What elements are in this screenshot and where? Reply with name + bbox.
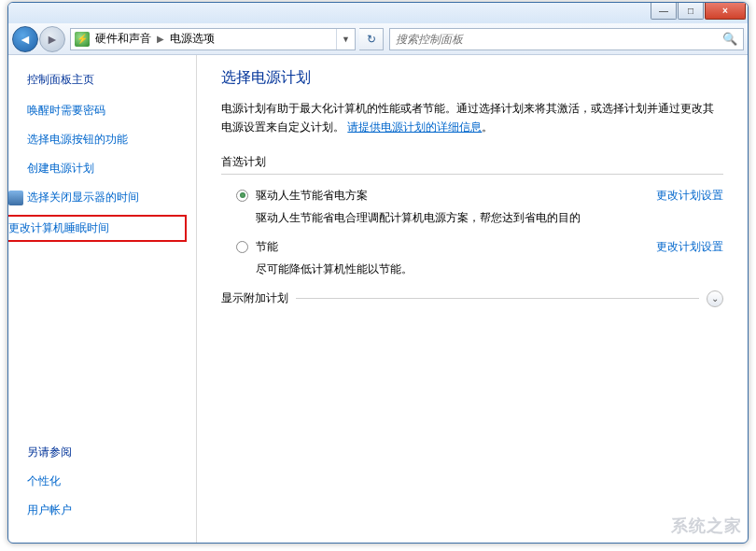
chevron-down-icon[interactable]: ⌄	[707, 290, 723, 307]
address-bar[interactable]: ⚡ 硬件和声音 ▶ 电源选项 ▼	[70, 28, 356, 50]
sidebar-item-label: 个性化	[27, 473, 61, 489]
plan-radio[interactable]	[236, 241, 248, 253]
sidebar-item-label: 选择电源按钮的功能	[27, 132, 128, 148]
change-plan-link[interactable]: 更改计划设置	[656, 239, 723, 255]
search-icon[interactable]: 🔍	[722, 32, 737, 46]
control-panel-icon: ⚡	[75, 32, 90, 47]
titlebar: — □ ×	[8, 3, 748, 23]
breadcrumb-separator-icon: ▶	[157, 34, 164, 44]
address-dropdown-icon[interactable]: ▼	[336, 29, 355, 49]
sidebar-home-link[interactable]: 控制面板主页	[27, 72, 185, 88]
plan-row: 驱动人生节能省电方案 更改计划设置	[221, 184, 723, 205]
sidebar-item-label: 创建电源计划	[27, 161, 94, 177]
search-box[interactable]: 🔍	[389, 28, 744, 50]
window-frame: — □ × ◄ ► ⚡ 硬件和声音 ▶ 电源选项 ▼ ↻ 🔍 控制面板主页 唤醒…	[7, 2, 749, 544]
breadcrumb-segment[interactable]: 电源选项	[170, 31, 215, 47]
details-link[interactable]: 请提供电源计划的详细信息	[347, 120, 482, 134]
sidebar-item-wake-password[interactable]: 唤醒时需要密码	[27, 103, 185, 119]
content-area: 控制面板主页 唤醒时需要密码 选择电源按钮的功能 创建电源计划 选择关闭显示器的…	[8, 55, 748, 543]
sidebar-item-label: 唤醒时需要密码	[27, 103, 105, 119]
back-button[interactable]: ◄	[12, 26, 38, 52]
main-panel: 选择电源计划 电源计划有助于最大化计算机的性能或者节能。通过选择计划来将其激活，…	[197, 55, 748, 543]
sidebar-item-create-plan[interactable]: 创建电源计划	[27, 161, 185, 177]
close-button[interactable]: ×	[705, 3, 746, 20]
sidebar-item-user-accounts[interactable]: 用户帐户	[27, 502, 185, 518]
sidebar-item-power-button[interactable]: 选择电源按钮的功能	[27, 132, 185, 148]
plan-description: 尽可能降低计算机性能以节能。	[221, 261, 723, 277]
sidebar-item-label: 用户帐户	[27, 502, 72, 518]
change-plan-link[interactable]: 更改计划设置	[656, 188, 723, 204]
sidebar-item-label: 更改计算机睡眠时间	[8, 220, 109, 236]
watermark: 系统之家	[671, 515, 742, 537]
sidebar-item-label: 选择关闭显示器的时间	[27, 190, 139, 205]
plan-name[interactable]: 节能	[256, 239, 278, 255]
toolbar: ◄ ► ⚡ 硬件和声音 ▶ 电源选项 ▼ ↻ 🔍	[8, 23, 748, 55]
maximize-button[interactable]: □	[678, 3, 704, 20]
plan-description: 驱动人生节能省电合理调配计算机电源方案，帮您达到省电的目的	[221, 209, 723, 226]
breadcrumb-segment[interactable]: 硬件和声音	[95, 31, 151, 47]
monitor-icon	[8, 191, 23, 205]
plan-name[interactable]: 驱动人生节能省电方案	[256, 188, 368, 204]
additional-plans-expander[interactable]: 显示附加计划 ⌄	[221, 290, 723, 307]
minimize-button[interactable]: —	[651, 3, 677, 20]
sidebar-item-display-off[interactable]: 选择关闭显示器的时间	[27, 190, 185, 205]
sidebar: 控制面板主页 唤醒时需要密码 选择电源按钮的功能 创建电源计划 选择关闭显示器的…	[8, 55, 197, 543]
preferred-plans-label: 首选计划	[221, 154, 723, 170]
sidebar-item-sleep-time[interactable]: 更改计算机睡眠时间	[7, 215, 187, 242]
sidebar-item-personalization[interactable]: 个性化	[27, 473, 185, 489]
search-input[interactable]	[396, 33, 737, 46]
divider	[296, 298, 699, 299]
page-title: 选择电源计划	[221, 68, 723, 88]
page-description: 电源计划有助于最大化计算机的性能或者节能。通过选择计划来将其激活，或选择计划并通…	[221, 99, 723, 137]
refresh-button[interactable]: ↻	[359, 28, 384, 50]
plan-row: 节能 更改计划设置	[221, 235, 723, 257]
forward-button[interactable]: ►	[39, 26, 65, 52]
expander-label: 显示附加计划	[221, 290, 288, 306]
sidebar-spacer	[27, 249, 185, 445]
plan-radio[interactable]	[236, 190, 248, 202]
see-also-heading: 另请参阅	[27, 445, 185, 460]
divider	[221, 174, 723, 175]
